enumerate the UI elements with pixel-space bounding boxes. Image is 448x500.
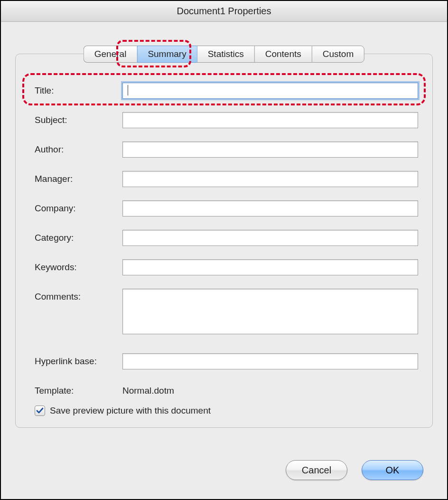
titlebar: Document1 Properties [1,1,447,22]
row-title: Title: [35,83,418,99]
tabbar: General Summary Statistics Contents Cust… [84,46,364,63]
tab-summary[interactable]: Summary [137,46,196,63]
label-hyperlink-base: Hyperlink base: [35,353,122,367]
label-keywords: Keywords: [35,259,122,273]
input-hyperlink-base[interactable] [122,353,418,369]
label-author: Author: [35,142,122,155]
checkmark-icon [36,407,44,415]
tab-summary-label: Summary [148,49,186,59]
label-company: Company: [35,200,122,214]
input-company[interactable] [122,200,418,217]
label-template: Template: [35,383,122,396]
tab-general-label: General [94,49,127,59]
row-subject: Subject: [35,112,418,128]
tab-custom[interactable]: Custom [312,46,364,63]
row-company: Company: [35,200,418,217]
summary-panel: Title: Subject: Author: Manager: [15,54,433,428]
input-manager[interactable] [122,171,418,187]
checkbox-save-preview[interactable] [35,406,45,416]
input-title[interactable] [122,83,418,99]
label-subject: Subject: [35,112,122,125]
label-title: Title: [35,83,122,96]
tab-contents[interactable]: Contents [254,46,312,63]
input-keywords[interactable] [122,259,418,275]
row-category: Category: [35,230,418,246]
label-category: Category: [35,230,122,243]
tab-contents-label: Contents [265,49,301,59]
tab-general[interactable]: General [84,46,137,63]
tab-custom-label: Custom [323,49,354,59]
label-manager: Manager: [35,171,122,184]
row-manager: Manager: [35,171,418,187]
tab-statistics-label: Statistics [208,49,244,59]
ok-button[interactable]: OK [362,460,423,480]
ok-button-label: OK [386,465,400,476]
label-comments: Comments: [35,289,122,302]
dialog-body: Title: Subject: Author: Manager: [1,22,447,499]
cancel-button-label: Cancel [302,465,331,476]
cancel-button[interactable]: Cancel [286,460,347,480]
tab-statistics[interactable]: Statistics [197,46,254,63]
row-hyperlink-base: Hyperlink base: [35,353,418,369]
row-keywords: Keywords: [35,259,418,275]
row-comments: Comments: [35,289,418,334]
dialog-button-row: Cancel OK [286,460,423,480]
row-template: Template: Normal.dotm [35,383,418,396]
row-save-preview: Save preview picture with this document [35,406,418,416]
row-author: Author: [35,142,418,158]
input-comments[interactable] [122,289,418,334]
input-category[interactable] [122,230,418,246]
text-caret-icon [128,85,128,95]
input-author[interactable] [122,142,418,158]
value-template: Normal.dotm [122,383,174,396]
properties-dialog: Document1 Properties Title: Subject: Aut… [0,0,448,500]
label-save-preview: Save preview picture with this document [50,406,211,416]
window-title: Document1 Properties [177,6,271,17]
input-subject[interactable] [122,112,418,128]
